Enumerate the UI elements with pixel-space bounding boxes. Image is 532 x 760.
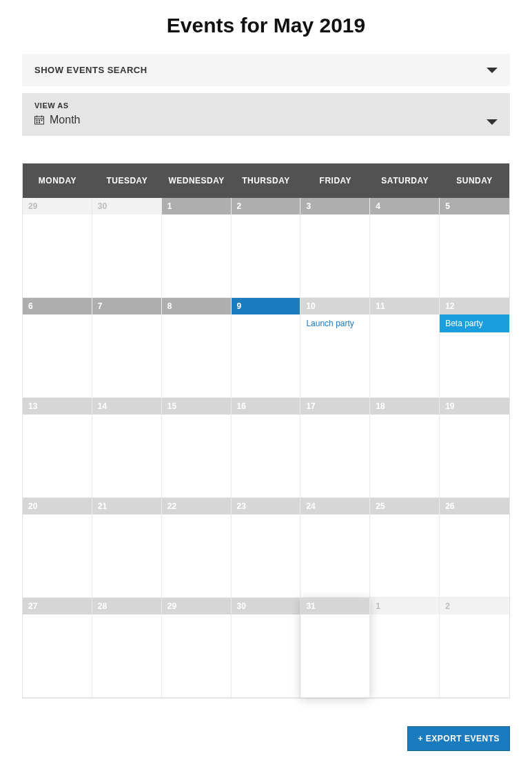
day-number: 5 bbox=[440, 198, 509, 214]
day-number: 16 bbox=[232, 398, 300, 414]
day-cell[interactable]: 11 bbox=[370, 298, 440, 398]
day-cell[interactable]: 24 bbox=[300, 498, 370, 598]
day-number: 1 bbox=[370, 598, 439, 614]
day-cell[interactable]: 21 bbox=[92, 498, 162, 598]
day-cell[interactable]: 2 bbox=[232, 198, 301, 298]
day-number: 18 bbox=[370, 398, 439, 414]
weekday-header: SUNDAY bbox=[440, 163, 509, 198]
day-cell[interactable]: 3 bbox=[300, 198, 370, 298]
day-cell[interactable]: 27 bbox=[23, 598, 92, 698]
day-cell[interactable]: 30 bbox=[232, 598, 301, 698]
caret-down-icon bbox=[487, 68, 498, 73]
day-number: 20 bbox=[23, 498, 92, 514]
export-events-button[interactable]: + EXPORT EVENTS bbox=[407, 726, 510, 751]
day-cell[interactable]: 29 bbox=[162, 598, 232, 698]
day-cell[interactable]: 1 bbox=[370, 598, 440, 698]
day-number: 23 bbox=[232, 498, 300, 514]
svg-rect-6 bbox=[41, 120, 43, 121]
day-number: 2 bbox=[232, 198, 300, 214]
day-number: 7 bbox=[92, 298, 161, 314]
svg-rect-5 bbox=[39, 120, 40, 121]
day-cell[interactable]: 28 bbox=[92, 598, 162, 698]
day-number: 19 bbox=[440, 398, 509, 414]
caret-down-icon bbox=[487, 119, 498, 125]
day-cell[interactable]: 10Launch party bbox=[300, 298, 370, 398]
day-number: 12 bbox=[440, 298, 509, 314]
page-title: Events for May 2019 bbox=[22, 14, 510, 37]
day-number: 4 bbox=[370, 198, 439, 214]
calendar-event[interactable]: Launch party bbox=[300, 314, 369, 332]
day-cell[interactable]: 17 bbox=[300, 398, 370, 498]
day-number: 27 bbox=[23, 598, 92, 614]
day-number: 25 bbox=[370, 498, 439, 514]
day-cell[interactable]: 15 bbox=[162, 398, 232, 498]
day-cell[interactable]: 12Beta party bbox=[440, 298, 509, 398]
day-cell[interactable]: 5 bbox=[440, 198, 509, 298]
day-cell[interactable]: 30 bbox=[92, 198, 162, 298]
day-number: 29 bbox=[23, 198, 92, 214]
weekday-header: TUESDAY bbox=[92, 163, 162, 198]
day-number: 30 bbox=[92, 198, 161, 214]
view-as-selector[interactable]: VIEW AS Month bbox=[22, 93, 510, 136]
calendar-body: 293012345678910Launch party1112Beta part… bbox=[23, 198, 509, 698]
svg-rect-8 bbox=[39, 122, 40, 123]
day-number: 15 bbox=[162, 398, 231, 414]
day-number: 10 bbox=[300, 298, 369, 314]
day-number: 30 bbox=[232, 598, 300, 614]
day-number: 13 bbox=[23, 398, 92, 414]
svg-rect-4 bbox=[37, 120, 38, 121]
day-cell[interactable]: 22 bbox=[162, 498, 232, 598]
view-as-label: VIEW AS bbox=[34, 101, 498, 110]
day-number: 24 bbox=[300, 498, 369, 514]
day-number: 1 bbox=[162, 198, 231, 214]
day-cell[interactable]: 2 bbox=[440, 598, 509, 698]
day-number: 17 bbox=[300, 398, 369, 414]
day-number: 28 bbox=[92, 598, 161, 614]
day-number: 22 bbox=[162, 498, 231, 514]
view-as-value: Month bbox=[50, 114, 80, 126]
day-cell[interactable]: 31 bbox=[300, 598, 370, 698]
day-cell[interactable]: 16 bbox=[232, 398, 301, 498]
day-number: 2 bbox=[440, 598, 509, 614]
events-search-label: SHOW EVENTS SEARCH bbox=[34, 65, 147, 75]
calendar-event[interactable]: Beta party bbox=[440, 314, 509, 332]
events-search-toggle[interactable]: SHOW EVENTS SEARCH bbox=[22, 54, 510, 86]
day-number: 3 bbox=[300, 198, 369, 214]
day-cell[interactable]: 18 bbox=[370, 398, 440, 498]
day-cell[interactable]: 13 bbox=[23, 398, 92, 498]
calendar-header-row: MONDAYTUESDAYWEDNESDAYTHURSDAYFRIDAYSATU… bbox=[23, 163, 509, 198]
day-number: 8 bbox=[162, 298, 231, 314]
weekday-header: WEDNESDAY bbox=[162, 163, 232, 198]
day-number: 29 bbox=[162, 598, 231, 614]
day-cell[interactable]: 9 bbox=[232, 298, 301, 398]
day-number: 26 bbox=[440, 498, 509, 514]
day-cell[interactable]: 25 bbox=[370, 498, 440, 598]
day-number: 14 bbox=[92, 398, 161, 414]
day-number: 11 bbox=[370, 298, 439, 314]
weekday-header: FRIDAY bbox=[300, 163, 370, 198]
day-cell[interactable]: 7 bbox=[92, 298, 162, 398]
day-number: 21 bbox=[92, 498, 161, 514]
day-cell[interactable]: 8 bbox=[162, 298, 232, 398]
day-cell[interactable]: 14 bbox=[92, 398, 162, 498]
day-cell[interactable]: 1 bbox=[162, 198, 232, 298]
day-cell[interactable]: 29 bbox=[23, 198, 92, 298]
day-number: 9 bbox=[232, 298, 300, 314]
day-cell[interactable]: 4 bbox=[370, 198, 440, 298]
day-number: 31 bbox=[300, 598, 369, 614]
svg-rect-7 bbox=[37, 122, 38, 123]
day-cell[interactable]: 20 bbox=[23, 498, 92, 598]
calendar-icon bbox=[34, 115, 44, 125]
day-cell[interactable]: 23 bbox=[232, 498, 301, 598]
day-cell[interactable]: 19 bbox=[440, 398, 509, 498]
day-cell[interactable]: 6 bbox=[23, 298, 92, 398]
weekday-header: SATURDAY bbox=[370, 163, 440, 198]
weekday-header: MONDAY bbox=[23, 163, 92, 198]
day-number: 6 bbox=[23, 298, 92, 314]
calendar-grid: MONDAYTUESDAYWEDNESDAYTHURSDAYFRIDAYSATU… bbox=[22, 163, 510, 699]
weekday-header: THURSDAY bbox=[232, 163, 301, 198]
day-cell[interactable]: 26 bbox=[440, 498, 509, 598]
